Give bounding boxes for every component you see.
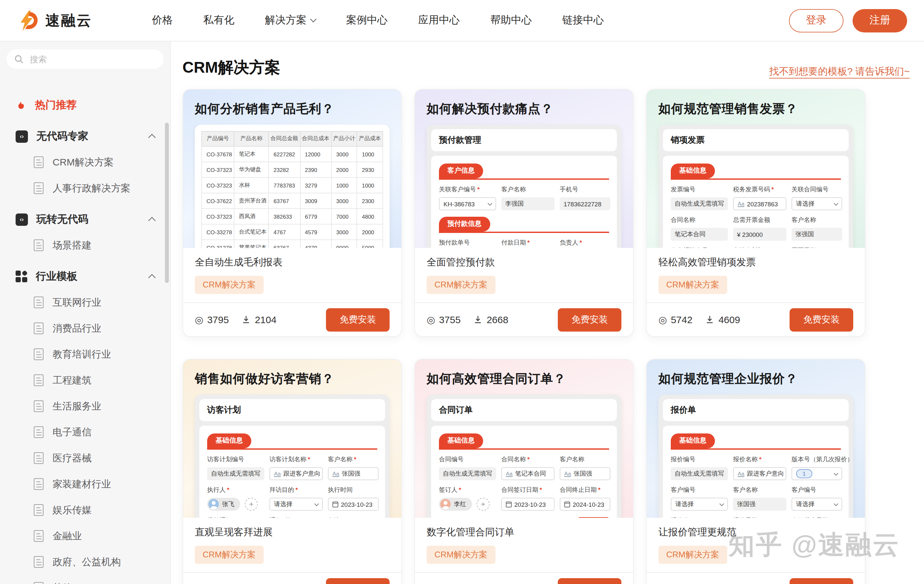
sidebar-item-hot[interactable]: 热门推荐: [0, 92, 170, 118]
sidebar-item[interactable]: 电子通信: [0, 419, 170, 445]
mock-table-cell: 4579: [300, 224, 331, 240]
form-field: 发票编号自动生成无需填写: [671, 186, 728, 210]
field-value: 张国强: [342, 469, 360, 478]
card-info: 数字化管理合同订单CRM解决方案: [415, 518, 633, 564]
field-value: 2024-10-23: [573, 501, 604, 508]
table-row: CO-37323水杯7783783327910001000: [201, 178, 383, 193]
sidebar-item[interactable]: 人事行政解决方案: [0, 175, 170, 201]
field-label-text: 访客计划编号: [207, 456, 244, 464]
sidebar-item[interactable]: 金融业: [0, 523, 170, 549]
nav-actions: 登录 注册: [789, 9, 907, 32]
sidebar-item-label: 娱乐传媒: [53, 504, 92, 516]
nav-item-label: 解决方案: [265, 14, 307, 27]
install-button[interactable]: 免费安装: [790, 308, 853, 331]
views-stat: ◎3755: [427, 314, 461, 325]
required-star: *: [527, 456, 530, 464]
nav-item-label: 链接中心: [562, 14, 604, 27]
sidebar-item[interactable]: 教育培训行业: [0, 341, 170, 367]
mock-form-body: 基础信息报价编号自动生成无需填写报价名称*Aa跟进客户意向版本号（第几次报价）1…: [663, 426, 849, 518]
nav-item-3[interactable]: 案例中心: [346, 14, 388, 27]
field-label-text: 访客计划名称: [269, 456, 307, 464]
nav-item-6[interactable]: 链接中心: [562, 14, 604, 27]
category-tag: CRM解决方案: [195, 276, 263, 294]
mock-table-cell: 1000: [332, 178, 357, 193]
sidebar-section-0[interactable]: ‹›无代码专家: [0, 123, 170, 149]
nav-item-5[interactable]: 帮助中心: [490, 14, 532, 27]
sidebar-section-1[interactable]: ‹›玩转无代码: [0, 206, 170, 232]
sidebar-item[interactable]: 互联网行业: [0, 290, 170, 315]
select-field: 请选择: [269, 498, 323, 511]
mock-table-cell: 台式笔记本: [234, 224, 269, 240]
sidebar-item[interactable]: 工程建筑: [0, 367, 170, 393]
required-star: *: [817, 247, 820, 248]
assignee-chip: 李红: [439, 498, 472, 511]
field-label: 客户名称: [792, 216, 842, 225]
readonly-field: 笔记本合同: [671, 228, 728, 241]
sidebar-item[interactable]: 娱乐传媒: [0, 497, 170, 523]
tag-row: CRM解决方案: [195, 546, 389, 564]
field-label-text: 客户编号: [671, 486, 695, 494]
card-preview-image: 如何高效管理合同订单？合同订单基础信息合同编号自动生成无需填写合同名称*Aa笔记…: [415, 359, 633, 518]
install-button[interactable]: 免费安装: [326, 308, 389, 331]
sidebar-item[interactable]: 家装建材行业: [0, 471, 170, 497]
field-value: 跟进客户意向: [284, 469, 320, 478]
field-label-text: 签订人: [439, 486, 457, 494]
brand[interactable]: 速融云: [17, 10, 92, 31]
field-label-text: 开票日期: [792, 247, 816, 248]
sidebar-item[interactable]: 医疗器械: [0, 445, 170, 471]
sidebar-scrollbar[interactable]: [165, 123, 169, 283]
field-value: 请选择: [796, 199, 815, 208]
views-stat: ◎3795: [195, 314, 229, 325]
field-label: 合同编号: [439, 456, 496, 464]
chevron-up-icon: [148, 274, 156, 281]
card-caption: 直观呈现客拜进展: [195, 526, 389, 539]
mock-table-cell: 2390: [300, 162, 331, 178]
field-label: 预付款单号: [439, 239, 496, 247]
date-field: 2023-10-23: [501, 498, 554, 511]
mock-table-header-cell: 合同总成本: [300, 132, 331, 146]
card-title: 如何高效管理合同订单？: [427, 370, 621, 387]
nav-item-2[interactable]: 解决方案: [265, 14, 315, 27]
sidebar-item[interactable]: 场景搭建: [0, 232, 170, 258]
field-label-text: 发票编号: [671, 186, 695, 194]
nav-item-1[interactable]: 私有化: [203, 14, 234, 27]
sidebar-item[interactable]: 消费品行业: [0, 315, 170, 341]
field-value: 2023-10-23: [514, 501, 546, 508]
sidebar-item[interactable]: 政府、公益机构: [0, 549, 170, 575]
section-badge: 基础信息: [671, 433, 715, 448]
field-label: 税务发票号码*: [733, 186, 786, 194]
install-button[interactable]: 免费安装: [558, 578, 621, 584]
install-button[interactable]: 免费安装: [558, 308, 621, 331]
select-field: 请选择: [792, 498, 842, 511]
sidebar-section-2[interactable]: 行业模板: [0, 263, 170, 290]
login-button[interactable]: 登录: [789, 9, 843, 32]
field-grid: 访客计划编号自动生成无需填写访客计划名称*Aa跟进客户意向客户名称*Aa张国强执…: [207, 456, 377, 518]
sidebar-item[interactable]: 生活服务业: [0, 393, 170, 419]
install-button[interactable]: 免费安装: [790, 578, 853, 584]
register-button[interactable]: 注册: [853, 9, 907, 32]
nav-item-4[interactable]: 应用中心: [418, 14, 460, 27]
field-label-text: 合同名称: [671, 216, 695, 225]
mock-form-panel: 合同订单基础信息合同编号自动生成无需填写合同名称*Aa笔记本合同客户名称Aa张国…: [427, 395, 621, 518]
page: 速融云 价格私有化解决方案案例中心应用中心帮助中心链接中心 登录 注册 热门推荐…: [0, 0, 924, 584]
search-input[interactable]: [28, 54, 156, 64]
category-tag: CRM解决方案: [658, 276, 727, 294]
card-preview-image: 如何分析销售产品毛利？产品编号产品名称合同总金额合同总成本产品小计产品成本CO-…: [183, 90, 401, 248]
mock-table-cell: 9000: [332, 240, 357, 248]
card-caption: 轻松高效管理销项发票: [658, 256, 853, 269]
field-label-text: 有效截止日期: [792, 517, 828, 518]
sidebar-item[interactable]: CRM解决方案: [0, 149, 170, 175]
install-button[interactable]: 免费安装: [326, 578, 389, 584]
mock-table-cell: 4800: [357, 209, 383, 224]
document-icon: [34, 478, 43, 490]
document-icon: [34, 530, 43, 542]
mock-table-cell: 笔记本: [234, 146, 269, 162]
sidebar-item[interactable]: 其他: [0, 575, 170, 584]
feedback-link[interactable]: 找不到想要的模板? 请告诉我们~: [769, 66, 910, 78]
nav-item-0[interactable]: 价格: [152, 14, 173, 27]
readonly-field: 自动生成无需填写: [671, 467, 728, 480]
field-value: 请选择: [675, 500, 694, 508]
card-caption: 全自动生成毛利报表: [195, 256, 389, 269]
value-pill: 1: [796, 469, 812, 478]
category-tag: CRM解决方案: [658, 546, 727, 564]
